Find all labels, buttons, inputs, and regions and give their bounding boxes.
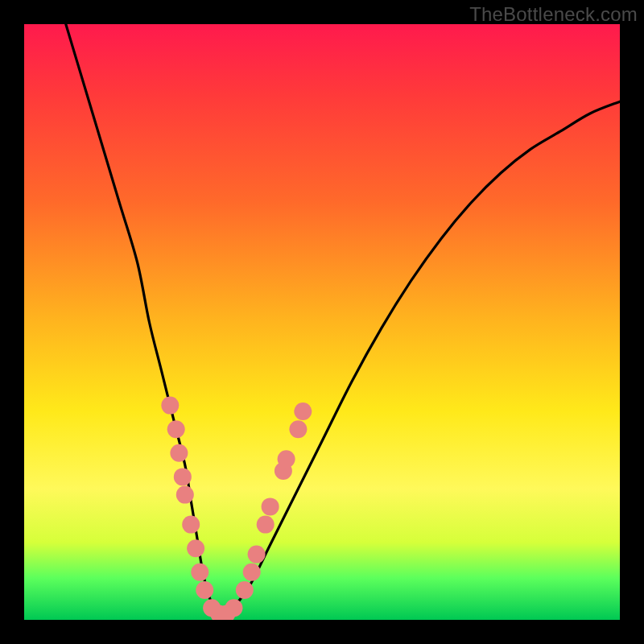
chart-frame: TheBottleneck.com: [0, 0, 644, 644]
marker-point: [243, 564, 261, 581]
marker-point: [176, 486, 194, 504]
marker-point: [262, 497, 279, 515]
marker-point: [289, 420, 307, 438]
marker-point: [294, 402, 312, 420]
plot-area: [24, 24, 620, 620]
marker-point: [174, 468, 192, 485]
marker-point: [225, 599, 242, 617]
marker-point: [170, 444, 188, 462]
marker-point: [257, 516, 275, 534]
marker-point: [191, 564, 208, 581]
watermark-text: TheBottleneck.com: [469, 3, 638, 26]
marker-point: [167, 420, 185, 438]
marker-point: [161, 397, 179, 415]
marker-point: [278, 450, 295, 468]
marker-point: [187, 539, 204, 557]
bottleneck-curve: [66, 24, 620, 614]
marker-point: [248, 546, 266, 564]
marker-point: [196, 581, 213, 599]
curve-svg: [24, 24, 620, 620]
marker-point: [182, 516, 200, 534]
marker-point: [236, 581, 254, 599]
